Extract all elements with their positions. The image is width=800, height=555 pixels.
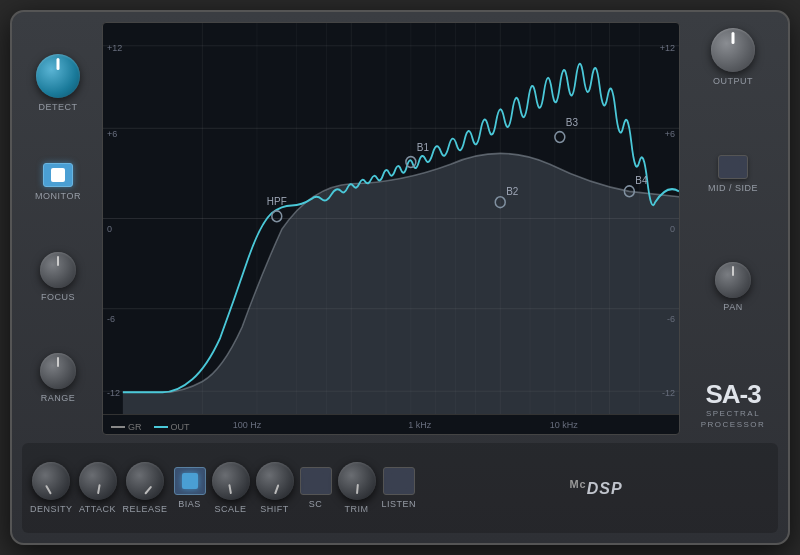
freq-legend: GR OUT (111, 422, 190, 432)
left-panel: DETECT MONITOR FOCUS RANGE (22, 22, 94, 435)
brand-section: SA-3 SPECTRAL PROCESSOR (701, 381, 766, 429)
mid-side-group: MID / SIDE (708, 155, 758, 193)
bias-label: BIAS (178, 499, 201, 509)
attack-group: AttacK (79, 462, 117, 514)
display-svg: HPF B1 B2 B3 B4 (103, 23, 679, 414)
svg-text:B2: B2 (506, 185, 518, 196)
svg-text:HPF: HPF (267, 196, 287, 207)
display-area: +12 +6 0 -6 -12 +12 +6 0 -6 -12 (102, 22, 680, 435)
main-section: DETECT MONITOR FOCUS RANGE +12 +6 0 (22, 22, 778, 435)
scale-group: SCALE (212, 462, 250, 514)
sc-btn-inner (308, 473, 324, 489)
trim-knob[interactable] (338, 462, 376, 500)
brand-sub2: PROCESSOR (701, 420, 766, 429)
pan-knob[interactable] (715, 262, 751, 298)
right-panel: OUTPUT MID / SIDE PAN SA-3 SPECTRAL PROC… (688, 22, 778, 435)
output-group: OUTPUT (711, 28, 755, 86)
scale-knob[interactable] (212, 462, 250, 500)
legend-gr-label: GR (128, 422, 142, 432)
plugin-body: DETECT MONITOR FOCUS RANGE +12 +6 0 (10, 10, 790, 545)
density-group: DENSITY (30, 462, 73, 514)
range-knob[interactable] (40, 353, 76, 389)
freq-100hz: 100 Hz (233, 420, 262, 430)
legend-out: OUT (154, 422, 190, 432)
release-knob[interactable] (126, 462, 164, 500)
pan-label: PAN (723, 302, 742, 312)
svg-text:B1: B1 (417, 142, 429, 153)
focus-label: FOCUS (41, 292, 75, 302)
density-label: DENSITY (30, 504, 73, 514)
freq-10khz: 10 kHz (550, 420, 578, 430)
mid-side-btn-inner (726, 160, 740, 174)
listen-btn-inner (391, 473, 407, 489)
shift-knob[interactable] (256, 462, 294, 500)
listen-group: LISTEN (382, 467, 417, 509)
b3-dot (555, 132, 565, 143)
mid-side-button[interactable] (718, 155, 748, 179)
detect-label: DETECT (39, 102, 78, 112)
bias-group: BIAS (174, 467, 206, 509)
monitor-button[interactable] (43, 163, 73, 187)
trim-group: TRIM (338, 462, 376, 514)
shift-group: SHIFT (256, 462, 294, 514)
bias-button[interactable] (174, 467, 206, 495)
monitor-btn-inner (51, 168, 65, 182)
attack-knob[interactable] (79, 462, 117, 500)
sc-group: SC (300, 467, 332, 509)
monitor-group: MONITOR (35, 163, 81, 201)
sc-label: SC (309, 499, 323, 509)
release-label: RELEASE (123, 504, 168, 514)
bias-btn-inner (182, 473, 198, 489)
legend-gr: GR (111, 422, 142, 432)
attack-label: AttacK (79, 504, 116, 514)
range-group: RANGE (40, 353, 76, 403)
scale-label: SCALE (215, 504, 247, 514)
svg-text:B3: B3 (566, 117, 578, 128)
output-label: OUTPUT (713, 76, 753, 86)
brand-model: SA-3 (705, 381, 760, 407)
logo-area: McDSP (422, 478, 770, 498)
shift-label: SHIFT (260, 504, 289, 514)
legend-out-label: OUT (171, 422, 190, 432)
freq-axis: GR OUT 100 Hz 1 kHz 10 kHz (103, 414, 679, 434)
range-label: RANGE (41, 393, 76, 403)
detect-knob[interactable] (36, 54, 80, 98)
sc-button[interactable] (300, 467, 332, 495)
listen-button[interactable] (383, 467, 415, 495)
listen-label: LISTEN (382, 499, 417, 509)
detect-group: DETECT (36, 54, 80, 112)
mid-side-label: MID / SIDE (708, 183, 758, 193)
release-group: RELEASE (123, 462, 168, 514)
hpf-dot (272, 211, 282, 222)
pan-group: PAN (715, 262, 751, 312)
monitor-label: MONITOR (35, 191, 81, 201)
output-knob[interactable] (711, 28, 755, 72)
focus-group: FOCUS (40, 252, 76, 302)
focus-knob[interactable] (40, 252, 76, 288)
mcdsp-logo: McDSP (569, 478, 622, 498)
trim-label: TRIM (345, 504, 369, 514)
freq-1khz: 1 kHz (408, 420, 431, 430)
bottom-panel: DENSITY AttacK RELEASE BIAS SCALE SHIFT (22, 443, 778, 533)
density-knob[interactable] (32, 462, 70, 500)
brand-sub1: SPECTRAL (706, 409, 760, 418)
svg-text:B4: B4 (635, 174, 647, 185)
